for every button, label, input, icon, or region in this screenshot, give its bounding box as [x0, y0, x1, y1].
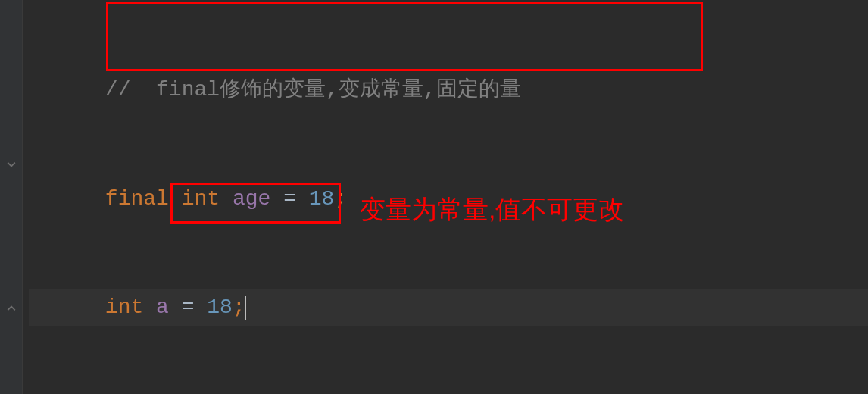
code-editor[interactable]: // final修饰的变量,变成常量,固定的量 final int age = …	[0, 0, 868, 394]
code-line: final int age = 18;	[29, 180, 868, 217]
keyword-int: int	[182, 181, 220, 217]
number-literal: 18	[207, 289, 233, 326]
variable-a: a	[156, 289, 169, 326]
annotation-box-declaration	[106, 2, 703, 71]
keyword-final: final	[105, 181, 169, 217]
fold-icon-collapse[interactable]	[6, 159, 17, 170]
code-line: // final修饰的变量,变成常量,固定的量	[29, 72, 868, 108]
code-area[interactable]: // final修饰的变量,变成常量,固定的量 final int age = …	[23, 0, 868, 394]
number-literal: 18	[309, 181, 335, 217]
variable-age: age	[233, 181, 270, 217]
comment: // final修饰的变量,变成常量,固定的量	[105, 72, 521, 108]
fold-icon-expand[interactable]	[6, 303, 17, 314]
text-cursor	[245, 296, 246, 320]
keyword-int: int	[105, 289, 143, 326]
gutter	[0, 0, 23, 394]
code-line-current: int a = 18;	[29, 289, 868, 326]
